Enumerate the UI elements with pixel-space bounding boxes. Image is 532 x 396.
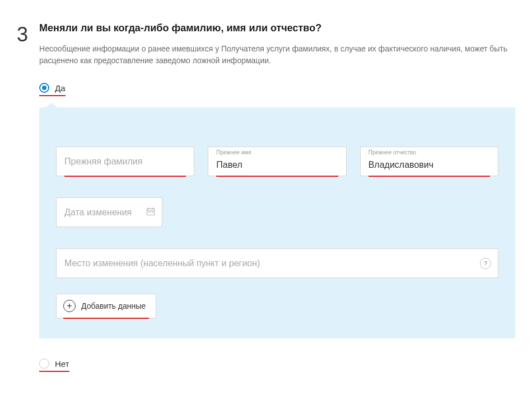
- error-underline: [64, 176, 186, 177]
- change-date-placeholder: Дата изменения: [64, 208, 132, 218]
- previous-firstname-value: Павел: [216, 160, 242, 170]
- plus-icon: +: [63, 300, 76, 312]
- radio-yes[interactable]: Да: [39, 83, 66, 96]
- add-data-button[interactable]: + Добавить данные: [56, 294, 156, 318]
- previous-patronymic-value: Владиславович: [368, 160, 433, 170]
- error-underline: [216, 176, 338, 177]
- previous-patronymic-field[interactable]: Прежнее отчество Владиславович: [360, 147, 498, 176]
- previous-firstname-field[interactable]: Прежнее имя Павел: [208, 147, 346, 176]
- svg-rect-4: [148, 211, 150, 213]
- question-description: Несообщение информации о ранее имевшихся…: [39, 43, 515, 67]
- previous-patronymic-label: Прежнее отчество: [368, 149, 416, 155]
- change-date-field[interactable]: Дата изменения: [56, 197, 162, 227]
- radio-no[interactable]: Нет: [39, 359, 69, 372]
- step-number: 3: [17, 25, 28, 45]
- change-place-placeholder: Место изменения (населенный пункт и реги…: [64, 258, 260, 268]
- change-place-field[interactable]: Место изменения (населенный пункт и реги…: [56, 248, 498, 278]
- svg-rect-6: [152, 211, 153, 213]
- add-data-label: Добавить данные: [81, 301, 146, 310]
- radio-selected-icon: [39, 83, 49, 93]
- previous-surname-field[interactable]: Прежняя фамилия: [56, 147, 194, 176]
- name-change-panel: Прежняя фамилия Прежнее имя Павел Прежне…: [39, 107, 515, 338]
- calendar-icon: [146, 207, 155, 218]
- radio-unselected-icon: [39, 359, 49, 369]
- radio-yes-label: Да: [55, 83, 66, 93]
- error-underline: [368, 176, 490, 177]
- previous-firstname-label: Прежнее имя: [216, 149, 251, 155]
- error-underline: [63, 318, 149, 319]
- svg-rect-5: [150, 211, 151, 213]
- previous-surname-placeholder: Прежняя фамилия: [64, 157, 142, 167]
- help-icon[interactable]: ?: [480, 258, 491, 269]
- radio-no-label: Нет: [55, 359, 69, 369]
- question-title: Меняли ли вы когда-либо фамилию, имя или…: [39, 22, 515, 34]
